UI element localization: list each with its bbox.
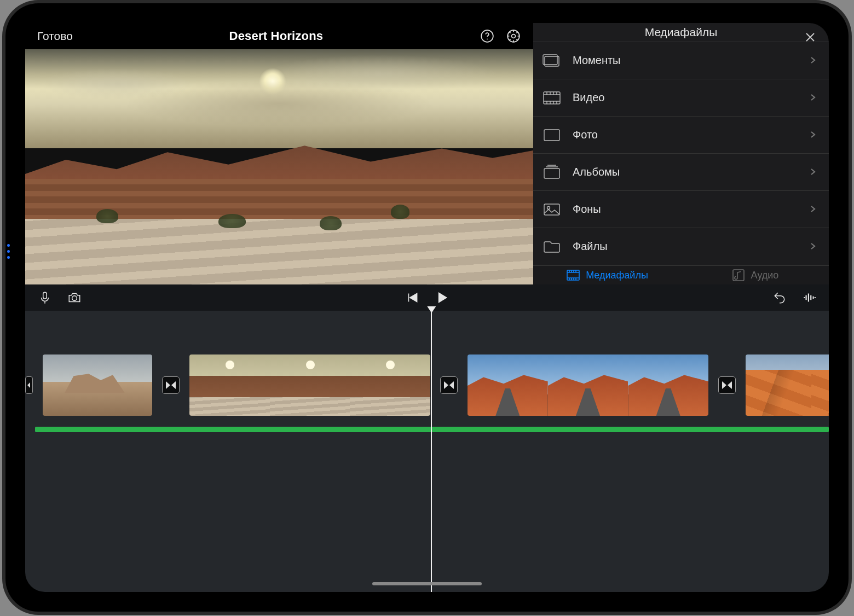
chevron-right-icon [809, 54, 817, 67]
moments-icon [541, 50, 563, 72]
tab-media-label: Медиафайлы [586, 270, 648, 281]
media-tabs: Медиафайлы Аудио [533, 265, 829, 284]
video-preview[interactable] [25, 49, 533, 284]
camera-icon[interactable] [67, 290, 82, 305]
media-panel-header: Медиафайлы [533, 23, 829, 42]
close-icon[interactable] [804, 31, 817, 47]
media-row-label: Моменты [573, 54, 620, 67]
albums-icon [541, 161, 563, 183]
svg-point-1 [487, 39, 488, 40]
svg-point-14 [72, 296, 77, 301]
backgrounds-icon [541, 199, 563, 220]
svg-rect-6 [544, 92, 560, 104]
playback-toolbar [25, 284, 829, 311]
transition-1[interactable] [162, 376, 180, 394]
media-row-label: Фото [573, 129, 598, 141]
preview-header: Готово Desert Horizons [25, 23, 533, 49]
photo-icon [541, 124, 563, 146]
clip-2[interactable] [189, 355, 430, 416]
svg-rect-8 [544, 168, 559, 178]
media-panel: Медиафайлы Моменты Видео [533, 23, 829, 284]
transition-2[interactable] [440, 376, 458, 394]
done-button[interactable]: Готово [37, 30, 73, 43]
clips-row [25, 355, 829, 416]
chevron-right-icon [809, 240, 817, 253]
play-icon[interactable] [434, 290, 449, 305]
tab-audio-label: Аудио [751, 270, 779, 281]
media-row-video[interactable]: Видео [533, 79, 829, 117]
svg-rect-7 [544, 130, 559, 141]
home-indicator[interactable] [372, 582, 482, 585]
svg-rect-13 [43, 292, 47, 299]
settings-gear-icon[interactable] [506, 28, 521, 44]
clip-3[interactable] [468, 355, 708, 416]
timeline-edge-left[interactable] [25, 376, 33, 394]
preview-pane: Готово Desert Horizons [25, 23, 533, 284]
help-icon[interactable] [480, 28, 495, 44]
media-panel-title: Медиафайлы [645, 26, 718, 39]
svg-point-10 [547, 206, 550, 209]
filmstrip-icon [566, 268, 580, 282]
screen: Готово Desert Horizons [25, 23, 829, 592]
folder-icon [541, 236, 563, 258]
timeline[interactable] [25, 311, 829, 592]
media-row-files[interactable]: Файлы [533, 228, 829, 265]
svg-rect-9 [544, 204, 559, 215]
project-title: Desert Horizons [73, 29, 480, 43]
transition-3[interactable] [718, 376, 736, 394]
top-section: Готово Desert Horizons [25, 23, 829, 284]
microphone-icon[interactable] [37, 290, 53, 305]
multitasking-dots[interactable] [7, 244, 10, 259]
media-row-label: Файлы [573, 240, 608, 253]
chevron-right-icon [809, 129, 817, 141]
playhead[interactable] [431, 311, 432, 592]
svg-point-3 [512, 34, 516, 38]
waveform-icon[interactable] [801, 290, 817, 305]
clip-4[interactable] [746, 355, 829, 416]
undo-icon[interactable] [772, 290, 787, 305]
media-category-list: Моменты Видео Фото А [533, 42, 829, 265]
media-row-label: Альбомы [573, 166, 620, 178]
chevron-right-icon [809, 166, 817, 178]
clip-1[interactable] [43, 355, 152, 416]
media-row-albums[interactable]: Альбомы [533, 154, 829, 191]
chevron-right-icon [809, 91, 817, 104]
music-note-icon [731, 268, 746, 282]
media-row-label: Фоны [573, 203, 601, 216]
tab-media[interactable]: Медиафайлы [533, 266, 681, 284]
video-icon [541, 87, 563, 109]
media-row-backgrounds[interactable]: Фоны [533, 191, 829, 228]
skip-back-icon[interactable] [405, 290, 420, 305]
media-row-photo[interactable]: Фото [533, 117, 829, 154]
media-row-moments[interactable]: Моменты [533, 42, 829, 79]
tab-audio[interactable]: Аудио [681, 266, 829, 284]
chevron-right-icon [809, 203, 817, 216]
ipad-frame: Готово Desert Horizons [5, 3, 849, 612]
media-row-label: Видео [573, 91, 604, 104]
